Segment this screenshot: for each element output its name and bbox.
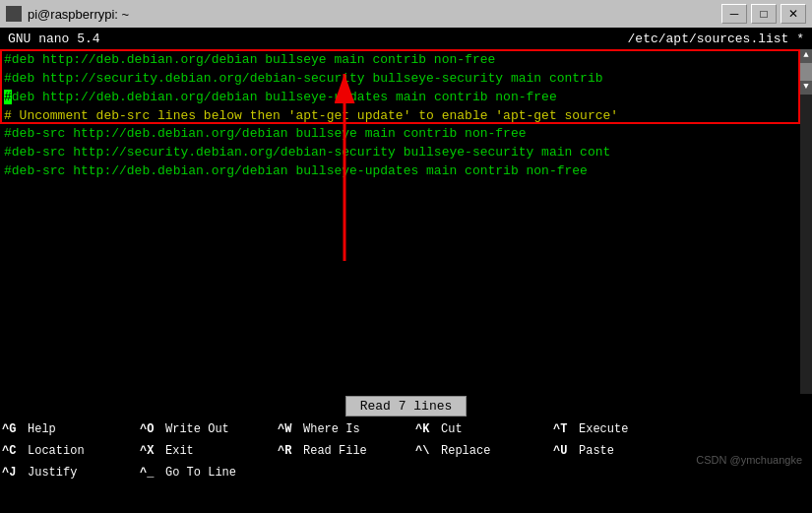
shortcut-label: Justify — [28, 466, 77, 480]
editor-line: #deb-src http://security.debian.org/debi… — [0, 144, 812, 162]
shortcut-label: Where Is — [303, 422, 360, 436]
shortcut-item: ^UPaste — [551, 440, 689, 462]
scroll-down-arrow[interactable]: ▼ — [800, 81, 812, 95]
shortcut-item: ^_Go To Line — [138, 462, 276, 483]
status-bar: Read 7 lines — [0, 394, 812, 417]
shortcut-item: ^RRead File — [276, 440, 413, 462]
shortcut-item: ^WWhere Is — [276, 418, 413, 440]
editor-line: #deb-src http://deb.debian.org/debian bu… — [0, 162, 812, 181]
nano-header: GNU nano 5.4 /etc/apt/sources.list * — [0, 28, 812, 49]
shortcut-key: ^J — [2, 466, 24, 480]
minimize-button[interactable]: ─ — [721, 4, 747, 24]
editor-line: #deb-src http://deb.debian.org/debian bu… — [0, 125, 812, 144]
shortcut-key: ^T — [553, 422, 575, 436]
shortcut-item: ^KCut — [413, 418, 551, 440]
shortcut-key: ^G — [2, 422, 24, 436]
shortcut-key: ^_ — [140, 466, 161, 480]
shortcut-label: Location — [28, 444, 85, 458]
scroll-thumb[interactable] — [800, 63, 812, 81]
shortcut-label: Execute — [579, 422, 628, 436]
scrollbar[interactable]: ▲ ▼ — [800, 49, 812, 394]
shortcut-item: ^TExecute — [551, 418, 689, 440]
shortcut-key: ^U — [553, 444, 575, 458]
shortcut-key: ^X — [140, 444, 161, 458]
shortcut-item: ^JJustify — [0, 462, 138, 483]
shortcut-item: ^CLocation — [0, 440, 138, 462]
shortcut-key: ^O — [140, 422, 161, 436]
shortcut-key: ^C — [2, 444, 24, 458]
title-bar-left: pi@raspberrypi: ~ — [6, 6, 129, 22]
shortcut-item: ^OWrite Out — [138, 418, 276, 440]
shortcut-item: ^XExit — [138, 440, 276, 462]
watermark: CSDN @ymchuangke — [696, 454, 802, 466]
editor-blank-line — [0, 292, 812, 311]
editor-line: #deb http://deb.debian.org/debian bullse… — [0, 89, 812, 107]
editor-area[interactable]: #deb http://deb.debian.org/debian bullse… — [0, 49, 812, 394]
shortcut-key: ^\ — [415, 444, 437, 458]
editor-line: # Uncomment deb-src lines below then 'ap… — [0, 107, 812, 126]
editor-blank-line — [0, 311, 812, 330]
shortcut-label: Paste — [579, 444, 614, 458]
title-bar-controls: ─ □ ✕ — [721, 4, 806, 24]
shortcut-key: ^W — [278, 422, 299, 436]
nano-filename: /etc/apt/sources.list * — [628, 32, 804, 46]
editor-line: #deb http://deb.debian.org/debian bullse… — [0, 51, 812, 70]
window-title: pi@raspberrypi: ~ — [28, 7, 129, 22]
shortcut-key: ^R — [278, 444, 299, 458]
editor-blank-line — [0, 330, 812, 349]
editor-blank-line — [0, 219, 812, 237]
maximize-button[interactable]: □ — [751, 4, 777, 24]
shortcut-label: Replace — [441, 444, 490, 458]
close-button[interactable]: ✕ — [781, 4, 806, 24]
shortcut-key: ^K — [415, 422, 437, 436]
shortcut-label: Write Out — [165, 422, 229, 436]
shortcut-label: Go To Line — [165, 466, 236, 480]
shortcut-label: Help — [28, 422, 56, 436]
editor-blank-line — [0, 236, 812, 255]
shortcut-item: ^\Replace — [413, 440, 551, 462]
title-bar: pi@raspberrypi: ~ ─ □ ✕ — [0, 0, 812, 28]
editor-blank-line — [0, 200, 812, 219]
editor-blank-line — [0, 274, 812, 292]
scroll-up-arrow[interactable]: ▲ — [800, 49, 812, 63]
shortcut-bar: ^GHelp^OWrite Out^WWhere Is^KCut^TExecut… — [0, 417, 812, 463]
shortcut-label: Read File — [303, 444, 367, 458]
shortcut-label: Cut — [441, 422, 463, 436]
terminal-icon — [6, 6, 22, 22]
editor-blank-line — [0, 349, 812, 367]
shortcut-item: ^GHelp — [0, 418, 138, 440]
shortcut-label: Exit — [165, 444, 194, 458]
editor-blank-line — [0, 255, 812, 274]
editor-line: #deb http://security.debian.org/debian-s… — [0, 70, 812, 89]
status-message: Read 7 lines — [345, 396, 468, 417]
nano-version: GNU nano 5.4 — [8, 32, 100, 46]
editor-blank-line — [0, 181, 812, 200]
